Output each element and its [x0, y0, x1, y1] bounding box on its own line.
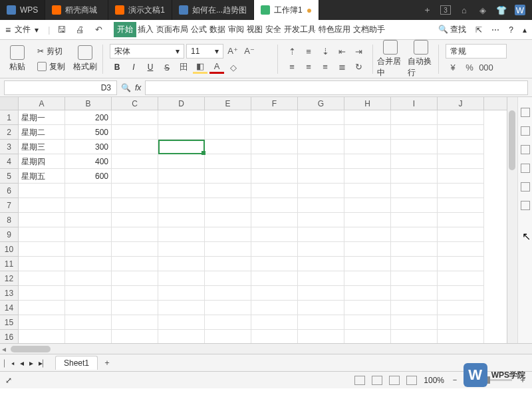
cell[interactable]: [298, 154, 344, 169]
cell[interactable]: [438, 227, 484, 242]
orientation-button[interactable]: ↻: [351, 60, 366, 73]
cell[interactable]: [344, 242, 391, 257]
row-header[interactable]: 15: [0, 315, 19, 330]
cell[interactable]: [391, 140, 438, 154]
cell[interactable]: [438, 286, 484, 301]
cell[interactable]: [391, 257, 438, 271]
cell[interactable]: [298, 198, 344, 213]
cell[interactable]: [344, 198, 391, 213]
cell[interactable]: [19, 315, 65, 330]
cell[interactable]: [112, 154, 158, 169]
cell[interactable]: [19, 184, 65, 198]
view-page-icon[interactable]: [372, 376, 382, 385]
cell[interactable]: [344, 169, 391, 184]
cell[interactable]: [158, 242, 205, 257]
panel-icon[interactable]: [521, 145, 530, 154]
col-header[interactable]: C: [112, 97, 158, 110]
cell[interactable]: [298, 271, 344, 286]
cell[interactable]: [19, 242, 65, 257]
cell[interactable]: [112, 198, 158, 213]
scroll-left-icon[interactable]: ◂: [0, 344, 8, 354]
align-bottom-button[interactable]: ⇣: [318, 45, 332, 58]
cell[interactable]: [438, 213, 484, 227]
cell[interactable]: [344, 257, 391, 271]
cell[interactable]: [158, 140, 205, 154]
cell[interactable]: [65, 198, 112, 213]
font-color-button[interactable]: A: [209, 61, 224, 74]
file-menu[interactable]: 文件: [15, 24, 31, 35]
cell[interactable]: [112, 184, 158, 198]
cell[interactable]: 星期一: [19, 110, 65, 125]
tab-insert[interactable]: 插入: [136, 22, 155, 37]
row-header[interactable]: 13: [0, 286, 19, 301]
tab-count[interactable]: 3: [440, 5, 451, 15]
first-sheet-icon[interactable]: ⎸◂: [4, 358, 15, 368]
shrink-font-button[interactable]: A⁻: [242, 44, 257, 57]
fill-color-button[interactable]: ◧: [193, 61, 207, 74]
cell[interactable]: [65, 227, 112, 242]
last-sheet-icon[interactable]: ▸⎸: [39, 358, 50, 368]
clear-format-button[interactable]: ◇: [226, 61, 241, 74]
align-center-button[interactable]: ≡: [301, 60, 316, 73]
cell[interactable]: [251, 154, 298, 169]
skin-icon[interactable]: 👕: [496, 5, 507, 15]
row-header[interactable]: 7: [0, 198, 19, 213]
cell[interactable]: [344, 271, 391, 286]
cell[interactable]: [344, 184, 391, 198]
col-header[interactable]: H: [344, 97, 391, 110]
cell[interactable]: [158, 198, 205, 213]
panel-icon[interactable]: [521, 182, 530, 192]
cell[interactable]: [19, 286, 65, 301]
tab-formula[interactable]: 公式: [190, 22, 208, 37]
cell[interactable]: [344, 286, 391, 301]
cell[interactable]: [298, 301, 344, 315]
tab-helper[interactable]: 文档助手: [352, 22, 386, 37]
cell[interactable]: [205, 125, 251, 140]
cell[interactable]: [158, 271, 205, 286]
currency-button[interactable]: ¥: [446, 61, 460, 74]
cell[interactable]: [158, 169, 205, 184]
cell[interactable]: [205, 184, 251, 198]
cell[interactable]: [298, 330, 344, 343]
cell[interactable]: [251, 169, 298, 184]
help-icon[interactable]: ?: [509, 25, 513, 35]
cell[interactable]: [344, 110, 391, 125]
row-header[interactable]: 1: [0, 110, 19, 125]
cut-button[interactable]: ✂剪切: [37, 45, 65, 58]
align-left-button[interactable]: ≡: [285, 60, 299, 73]
cell[interactable]: [65, 184, 112, 198]
new-tab-button[interactable]: ＋: [422, 5, 432, 15]
view-reader-icon[interactable]: [406, 376, 417, 385]
cell[interactable]: 400: [65, 154, 112, 169]
cell[interactable]: [438, 140, 484, 154]
hamburger-icon[interactable]: ≡: [5, 25, 11, 35]
cell[interactable]: [251, 227, 298, 242]
cell[interactable]: [344, 315, 391, 330]
home-icon[interactable]: ⌂: [459, 5, 469, 15]
row-header[interactable]: 10: [0, 242, 19, 257]
number-format-select[interactable]: 常规: [446, 44, 507, 59]
account-icon[interactable]: W: [515, 5, 525, 15]
cell[interactable]: [158, 315, 205, 330]
tab-security[interactable]: 安全: [264, 22, 283, 37]
cell[interactable]: [344, 213, 391, 227]
cell[interactable]: [158, 301, 205, 315]
cell[interactable]: [391, 271, 438, 286]
cell[interactable]: [205, 242, 251, 257]
cell[interactable]: [391, 125, 438, 140]
merge-button[interactable]: 合并居中: [377, 40, 404, 78]
percent-button[interactable]: %: [462, 61, 477, 74]
indent-right-button[interactable]: ⇥: [351, 45, 366, 58]
share-icon[interactable]: ⇱: [475, 25, 482, 35]
cell[interactable]: [298, 110, 344, 125]
row-header[interactable]: 4: [0, 154, 19, 169]
cell[interactable]: [298, 227, 344, 242]
cell[interactable]: [112, 213, 158, 227]
cell[interactable]: [251, 184, 298, 198]
cell[interactable]: [391, 213, 438, 227]
cell[interactable]: [158, 154, 205, 169]
cell[interactable]: [438, 257, 484, 271]
cell[interactable]: [205, 330, 251, 343]
undo-icon[interactable]: ↶: [91, 23, 106, 37]
col-header[interactable]: G: [298, 97, 344, 110]
